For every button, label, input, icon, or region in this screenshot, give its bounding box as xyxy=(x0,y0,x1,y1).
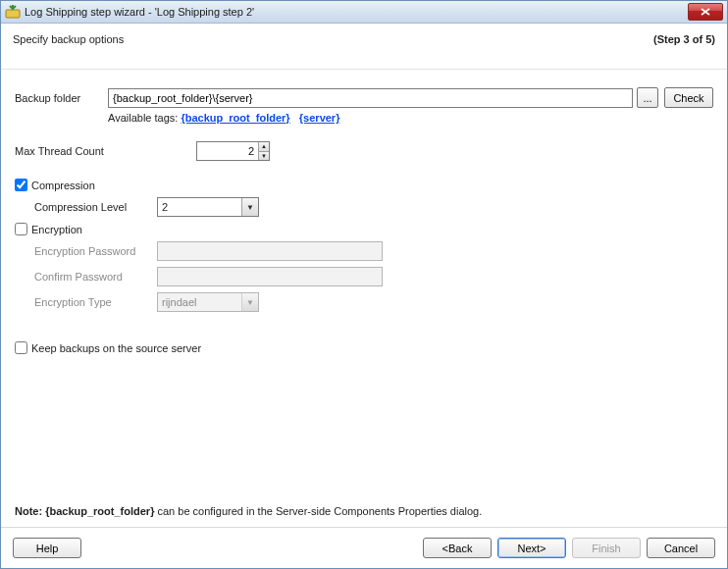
encryption-checkbox-row: Encryption xyxy=(15,223,713,235)
window-title: Log Shipping step wizard - 'Log Shipping… xyxy=(25,6,254,18)
titlebar: Log Shipping step wizard - 'Log Shipping… xyxy=(1,1,727,24)
browse-button[interactable]: ... xyxy=(637,87,658,108)
compression-checkbox[interactable] xyxy=(15,179,27,191)
confirm-password-row: Confirm Password xyxy=(15,267,713,286)
compression-checkbox-label: Compression xyxy=(31,180,95,191)
confirm-password-label: Confirm Password xyxy=(34,271,157,283)
wizard-subtitle: Specify backup options xyxy=(13,33,124,45)
max-thread-input[interactable] xyxy=(197,142,258,160)
wizard-step-indicator: (Step 3 of 5) xyxy=(653,33,715,45)
encryption-password-row: Encryption Password xyxy=(15,241,713,261)
spin-up-button[interactable]: ▲ xyxy=(259,142,269,152)
confirm-password-input xyxy=(157,267,383,286)
backup-folder-row: Backup folder ... Check xyxy=(15,87,713,108)
encryption-type-combo: rijndael ▼ xyxy=(157,292,259,312)
wizard-header: Specify backup options (Step 3 of 5) xyxy=(1,24,727,70)
wizard-footer: Help <Back Next> Finish Cancel xyxy=(1,527,727,568)
keep-backups-label: Keep backups on the source server xyxy=(31,342,201,354)
available-tags-row: Available tags: {backup_root_folder} {se… xyxy=(108,112,713,124)
note-prefix: Note: xyxy=(15,505,45,517)
encryption-type-row: Encryption Type rijndael ▼ xyxy=(15,292,713,312)
chevron-down-icon: ▼ xyxy=(241,198,258,216)
app-icon xyxy=(5,4,21,20)
max-thread-label: Max Thread Count xyxy=(15,145,182,157)
finish-button: Finish xyxy=(572,538,641,558)
cancel-button[interactable]: Cancel xyxy=(647,538,715,558)
back-button[interactable]: <Back xyxy=(423,538,492,558)
encryption-type-label: Encryption Type xyxy=(34,296,157,308)
note-tag: {backup_root_folder} xyxy=(45,505,154,517)
encryption-checkbox-label: Encryption xyxy=(31,224,82,235)
compression-level-value: 2 xyxy=(158,198,241,216)
keep-backups-checkbox[interactable] xyxy=(15,341,27,354)
spin-down-button[interactable]: ▼ xyxy=(259,152,269,161)
encryption-type-value: rijndael xyxy=(158,293,241,311)
close-button[interactable] xyxy=(688,3,723,21)
note-row: Note: {backup_root_folder} can be config… xyxy=(1,505,727,527)
keep-backups-row: Keep backups on the source server xyxy=(15,341,713,354)
chevron-down-icon: ▼ xyxy=(241,293,258,311)
max-thread-row: Max Thread Count ▲ ▼ xyxy=(15,141,713,161)
backup-folder-label: Backup folder xyxy=(15,92,93,104)
compression-level-row: Compression Level 2 ▼ xyxy=(15,197,713,217)
encryption-password-label: Encryption Password xyxy=(34,245,157,257)
tags-prefix: Available tags: xyxy=(108,112,181,124)
compression-level-label: Compression Level xyxy=(34,201,157,213)
wizard-window: Log Shipping step wizard - 'Log Shipping… xyxy=(0,0,728,569)
encryption-password-input xyxy=(157,241,383,261)
tag-backup-root-folder[interactable]: {backup_root_folder} xyxy=(181,112,289,124)
check-button[interactable]: Check xyxy=(664,87,713,108)
compression-level-combo[interactable]: 2 ▼ xyxy=(157,197,259,217)
note-suffix: can be configured in the Server-side Com… xyxy=(154,505,482,517)
max-thread-spinner[interactable]: ▲ ▼ xyxy=(196,141,270,161)
help-button[interactable]: Help xyxy=(13,538,81,558)
wizard-content: Backup folder ... Check Available tags: … xyxy=(1,70,727,505)
compression-checkbox-row: Compression xyxy=(15,179,713,191)
backup-folder-input[interactable] xyxy=(108,88,633,108)
tag-server[interactable]: {server} xyxy=(299,112,340,124)
next-button[interactable]: Next> xyxy=(497,538,566,558)
encryption-checkbox[interactable] xyxy=(15,223,27,235)
svg-rect-0 xyxy=(6,10,20,18)
